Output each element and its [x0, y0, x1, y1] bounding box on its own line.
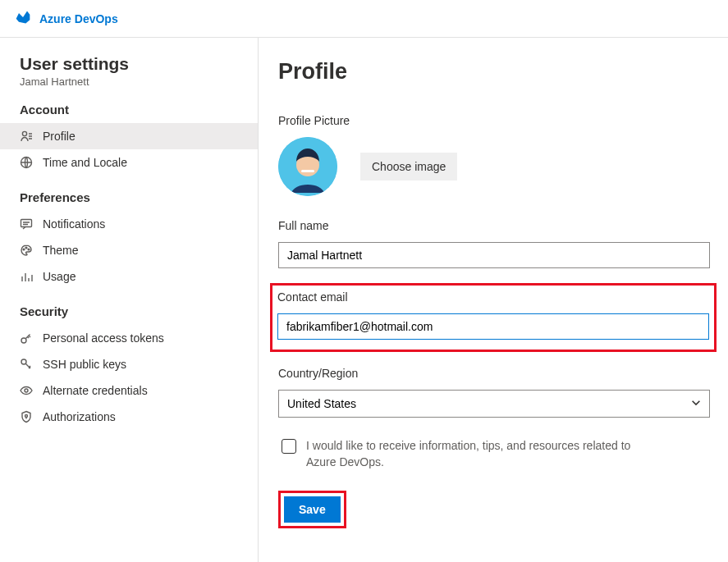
sidebar-item-label: Theme	[43, 244, 79, 257]
svg-point-8	[25, 389, 28, 392]
save-button[interactable]: Save	[284, 496, 341, 523]
sidebar: User settings Jamal Hartnett Account Pro…	[0, 38, 259, 562]
azure-devops-logo-icon	[15, 9, 31, 28]
country-label: Country/Region	[278, 367, 710, 380]
choose-image-button[interactable]: Choose image	[360, 153, 457, 180]
section-preferences: Preferences	[20, 190, 258, 204]
contact-email-label: Contact email	[277, 290, 709, 304]
sidebar-item-label: Personal access tokens	[43, 331, 164, 345]
sidebar-item-usage[interactable]: Usage	[0, 263, 258, 290]
highlight-contact-email: Contact email	[270, 283, 717, 352]
sidebar-item-label: Usage	[43, 270, 76, 283]
svg-point-6	[21, 338, 26, 343]
svg-point-0	[22, 131, 26, 135]
sidebar-item-label: Notifications	[43, 217, 105, 231]
sidebar-title: User settings	[20, 54, 258, 74]
highlight-save: Save	[278, 491, 346, 528]
sidebar-item-authz[interactable]: Authorizations	[0, 404, 258, 430]
svg-rect-2	[21, 220, 32, 227]
sidebar-item-label: Authorizations	[43, 410, 116, 423]
sidebar-item-profile[interactable]: Profile	[0, 123, 258, 149]
top-bar: Azure DevOps	[0, 0, 728, 38]
key-icon	[20, 331, 33, 345]
profile-picture-label: Profile Picture	[278, 114, 710, 127]
sidebar-username: Jamal Hartnett	[20, 75, 258, 88]
sidebar-item-time-locale[interactable]: Time and Locale	[0, 149, 258, 176]
palette-icon	[20, 244, 33, 257]
shield-icon	[20, 410, 33, 423]
svg-point-4	[25, 247, 27, 249]
sidebar-item-alt-creds[interactable]: Alternate credentials	[0, 377, 258, 404]
eye-icon	[20, 384, 33, 397]
brand-label[interactable]: Azure DevOps	[39, 12, 118, 25]
section-security: Security	[20, 304, 258, 318]
contact-email-input[interactable]	[277, 313, 709, 340]
sidebar-item-theme[interactable]: Theme	[0, 237, 258, 263]
section-account: Account	[20, 103, 258, 117]
country-select[interactable]: United States	[278, 390, 710, 418]
svg-point-3	[23, 249, 25, 250]
sidebar-item-ssh[interactable]: SSH public keys	[0, 351, 258, 377]
bars-icon	[20, 270, 33, 283]
main-content: Profile Profile Picture Choose image Ful…	[259, 38, 728, 562]
person-icon	[20, 130, 33, 143]
sidebar-item-label: Time and Locale	[43, 156, 127, 169]
avatar	[278, 137, 337, 196]
svg-point-5	[28, 249, 30, 250]
lock-key-icon	[20, 358, 33, 371]
sidebar-item-notifications[interactable]: Notifications	[0, 211, 258, 237]
sidebar-item-pat[interactable]: Personal access tokens	[0, 325, 258, 351]
page-title: Profile	[278, 59, 710, 85]
sidebar-item-label: SSH public keys	[43, 358, 126, 371]
optin-label: I would like to receive information, tip…	[306, 437, 634, 471]
svg-point-9	[25, 415, 28, 418]
optin-checkbox[interactable]	[282, 439, 296, 454]
sidebar-item-label: Profile	[43, 130, 76, 143]
svg-rect-12	[301, 170, 314, 172]
globe-icon	[20, 156, 33, 169]
sidebar-item-label: Alternate credentials	[43, 384, 148, 397]
chat-icon	[20, 217, 33, 231]
full-name-input[interactable]	[278, 242, 710, 268]
full-name-label: Full name	[278, 219, 710, 232]
